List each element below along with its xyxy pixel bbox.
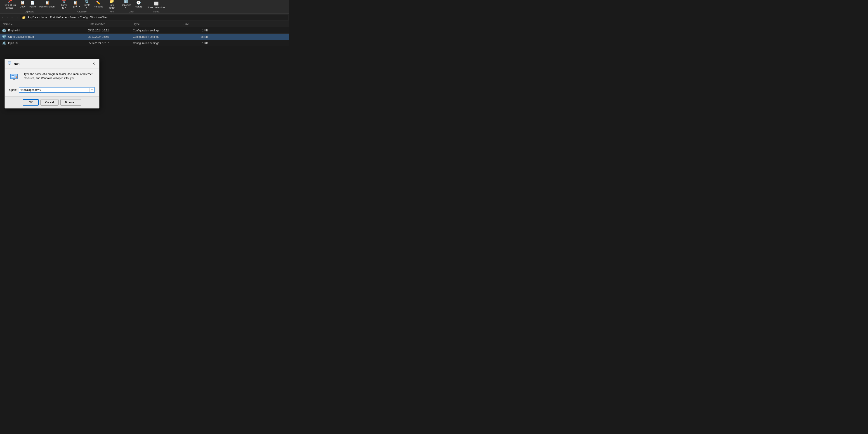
file-size-cell: 1 KB (183, 41, 210, 45)
file-date-cell: 05/12/2024 16:55 (88, 35, 133, 38)
table-row[interactable]: ⚙️ Engine.ini 05/12/2024 16:22 Configura… (0, 27, 289, 34)
path-sep-2: › (49, 16, 49, 19)
browse-button[interactable]: Browse... (60, 99, 81, 105)
ini-file-icon: ⚙️ (2, 41, 6, 45)
svg-rect-2 (8, 65, 11, 65)
dialog-close-button[interactable]: ✕ (91, 61, 96, 66)
new-label: New (110, 10, 114, 13)
delete-button[interactable]: 🗑️ Delete▾ (82, 0, 91, 10)
new-folder-icon: 📁 (110, 0, 114, 3)
ini-file-icon: ⚙️ (2, 28, 6, 33)
table-row[interactable]: ⚙️ Input.ini 05/12/2024 16:57 Configurat… (0, 40, 289, 46)
path-fortnite[interactable]: FortniteGame (50, 16, 67, 19)
history-button[interactable]: 🕐 History (133, 0, 144, 8)
move-to-button[interactable]: ✂️ Moveto ▾ (59, 0, 68, 10)
dialog-titlebar: Run ✕ (5, 59, 99, 68)
file-date-cell: 05/12/2024 16:57 (88, 41, 133, 45)
clipboard-label: Clipboard (25, 10, 34, 13)
recent-locations-button[interactable]: ⌄ (10, 15, 14, 20)
forward-button[interactable]: › (5, 15, 8, 20)
file-type-cell: Configuration settings (133, 41, 183, 45)
rename-button[interactable]: ✏️ Rename (92, 0, 104, 8)
run-dialog-icon (7, 61, 12, 66)
file-name-text: GameUserSettings.ini (8, 35, 35, 38)
toolbar: 📌 Pin to Quickaccess 📋 Copy 📄 Paste 📋 Pa… (0, 0, 289, 13)
invert-selection-icon: ⬜ (154, 1, 159, 6)
rename-icon: ✏️ (96, 0, 101, 5)
dialog-input-row: Open: ▼ (5, 87, 99, 96)
col-header-size[interactable]: Size (183, 22, 210, 26)
toolbar-group-open: ℹ️ Properties▾ 🕐 History Open (118, 0, 145, 13)
svg-rect-7 (12, 80, 16, 80)
toolbar-group-select: ⬜ Invert selection Select (145, 0, 167, 13)
path-sep-5: › (89, 16, 90, 19)
paste-shortcut-button[interactable]: 📋 Paste shortcut (38, 0, 57, 8)
open-label: Open: (9, 88, 17, 92)
cancel-button[interactable]: Cancel (40, 99, 58, 105)
svg-rect-6 (13, 79, 15, 80)
ok-button[interactable]: OK (23, 99, 39, 105)
pin-label: Pin to Quickaccess (4, 4, 16, 9)
copy-button[interactable]: 📋 Copy (18, 0, 27, 8)
history-label: History (134, 5, 142, 8)
file-type-cell: Configuration settings (133, 29, 183, 32)
delete-label: Delete▾ (84, 4, 90, 9)
address-path[interactable]: 📁 › AppData › Local › FortniteGame › Sav… (20, 15, 288, 20)
col-name-label: Name (3, 23, 10, 26)
dropdown-button[interactable]: ▼ (89, 88, 94, 92)
toolbar-group-organise: ✂️ Moveto ▾ 📋 copy to ▾ 🗑️ Delete▾ ✏️ Re… (58, 0, 106, 13)
file-size-cell: 88 KB (183, 35, 210, 38)
organise-label: Organise (77, 10, 87, 13)
copy-to-button[interactable]: 📋 copy to ▾ (69, 0, 81, 8)
col-header-name[interactable]: Name ▲ (2, 22, 88, 26)
history-icon: 🕐 (136, 0, 141, 5)
col-header-type[interactable]: Type (133, 22, 183, 26)
paste-shortcut-label: Paste shortcut (39, 5, 55, 8)
file-name-text: Input.ini (8, 41, 18, 45)
svg-rect-1 (8, 64, 10, 65)
paste-shortcut-icon: 📋 (45, 0, 50, 5)
file-name-cell: ⚙️ Input.ini (2, 41, 88, 45)
path-sep-3: › (68, 16, 68, 19)
file-name-text: Engine.ini (8, 29, 20, 32)
properties-button[interactable]: ℹ️ Properties▾ (119, 0, 132, 10)
properties-label: Properties▾ (121, 4, 131, 9)
file-list-header: Name ▲ Date modified Type Size (0, 21, 289, 27)
path-sep-4: › (78, 16, 79, 19)
properties-icon: ℹ️ (124, 0, 128, 3)
run-icon (9, 72, 20, 84)
invert-selection-button[interactable]: ⬜ Invert selection (147, 1, 166, 9)
open-label: Open (129, 10, 134, 13)
file-size-cell: 1 KB (183, 29, 210, 32)
new-folder-label: Newfolder (109, 4, 115, 9)
up-button[interactable]: ↑ (16, 15, 19, 20)
svg-rect-3 (8, 62, 11, 64)
svg-rect-9 (11, 75, 14, 76)
copy-to-label: copy to ▾ (71, 5, 80, 8)
path-config[interactable]: Config (80, 16, 88, 19)
dialog-buttons: OK Cancel Browse... (5, 96, 99, 108)
copy-label: Copy (20, 5, 26, 8)
paste-label: Paste (29, 5, 36, 8)
path-appdata[interactable]: AppData (28, 16, 38, 19)
ini-file-icon: ⚙️ (2, 35, 6, 39)
paste-button[interactable]: 📄 Paste (28, 0, 37, 8)
delete-icon: 🗑️ (85, 0, 89, 3)
paste-icon: 📄 (30, 0, 35, 5)
col-size-label: Size (184, 23, 189, 26)
file-name-cell: ⚙️ GameUserSettings.ini (2, 35, 88, 39)
table-row[interactable]: ⚙️ GameUserSettings.ini 05/12/2024 16:55… (0, 34, 289, 40)
file-list: ⚙️ Engine.ini 05/12/2024 16:22 Configura… (0, 27, 289, 46)
copy-icon: 📋 (20, 0, 25, 5)
path-local[interactable]: Local (41, 16, 48, 19)
new-folder-button[interactable]: 📁 Newfolder (107, 0, 116, 10)
move-icon: ✂️ (62, 0, 66, 3)
run-dialog-input[interactable] (19, 88, 89, 92)
toolbar-group-clipboard: 📌 Pin to Quickaccess 📋 Copy 📄 Paste 📋 Pa… (1, 0, 58, 13)
col-header-date[interactable]: Date modified (88, 22, 133, 26)
back-button[interactable]: ‹ (1, 15, 4, 20)
toolbar-group-new: 📁 Newfolder New (106, 0, 118, 13)
path-saved[interactable]: Saved (69, 16, 77, 19)
path-windowsclient[interactable]: WindowsClient (90, 16, 108, 19)
pin-to-quick-access-button[interactable]: 📌 Pin to Quickaccess (2, 0, 17, 10)
